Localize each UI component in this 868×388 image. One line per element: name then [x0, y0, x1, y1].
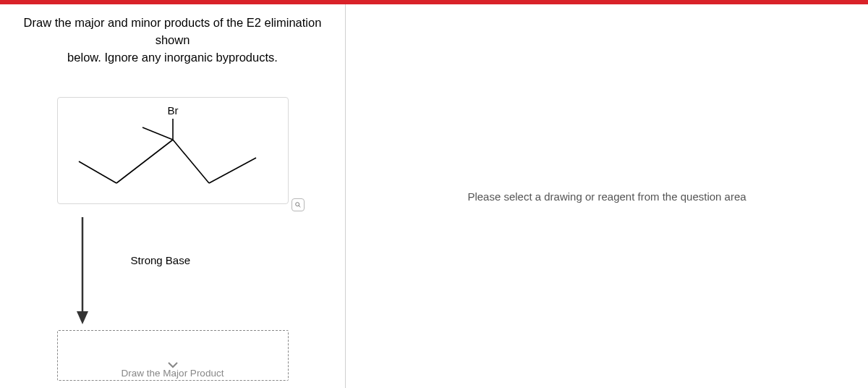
canvas-placeholder-message: Please select a drawing or reagent from … — [467, 190, 746, 203]
product-placeholder-label: Draw the Major Product — [122, 368, 224, 379]
substituent-label: Br — [167, 104, 178, 117]
zoom-button[interactable] — [292, 198, 305, 211]
reaction-arrow-area: Strong Base — [57, 211, 289, 327]
prompt-line-1: Draw the major and minor products of the… — [24, 16, 322, 46]
svg-line-5 — [209, 158, 256, 183]
drawing-canvas-panel[interactable]: Please select a drawing or reagent from … — [346, 4, 868, 388]
starting-material-wrapper: Br — [57, 97, 289, 204]
main-container: Draw the major and minor products of the… — [0, 4, 868, 388]
reagent-label[interactable]: Strong Base — [131, 254, 191, 266]
svg-marker-9 — [77, 311, 88, 324]
svg-line-2 — [116, 140, 173, 183]
prompt-line-2: below. Ignore any inorganic byproducts. — [67, 51, 278, 64]
svg-line-7 — [299, 206, 300, 207]
svg-line-4 — [142, 127, 173, 140]
svg-line-3 — [173, 140, 209, 183]
svg-line-1 — [79, 161, 116, 183]
arrow-column — [57, 211, 108, 327]
svg-point-6 — [295, 202, 299, 206]
major-product-dropzone[interactable]: Draw the Major Product — [57, 330, 289, 381]
molecule-structure: Br — [64, 100, 281, 201]
question-panel: Draw the major and minor products of the… — [0, 4, 346, 388]
zoom-icon — [294, 201, 302, 208]
reaction-arrow-icon — [72, 211, 93, 327]
starting-material-box[interactable]: Br — [57, 97, 289, 204]
question-prompt: Draw the major and minor products of the… — [7, 14, 338, 67]
